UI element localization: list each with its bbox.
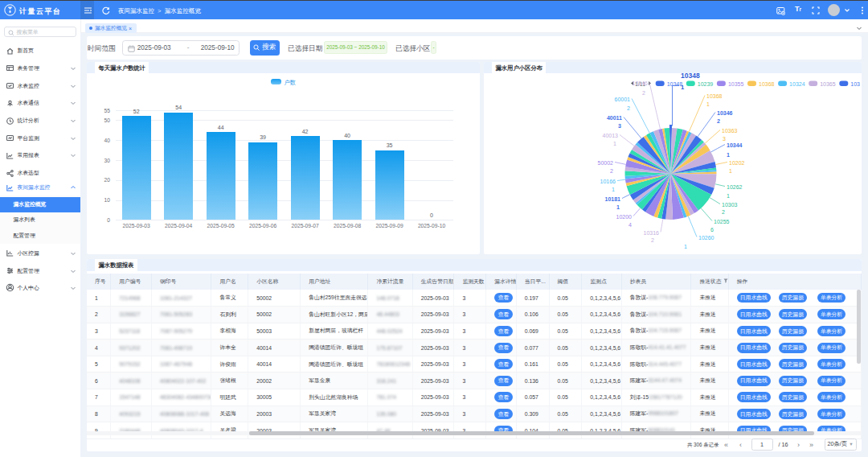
svg-text:10368: 10368 [706,93,723,98]
svg-text:103: 103 [850,80,860,86]
svg-text:2: 2 [642,89,645,95]
svg-text:1: 1 [681,83,684,90]
svg-text:2: 2 [717,117,720,123]
svg-text:50002: 50002 [598,159,614,165]
svg-text:10239: 10239 [698,80,714,86]
svg-text:10262: 10262 [727,183,743,189]
svg-text:10200: 10200 [616,213,633,219]
svg-text:10202: 10202 [729,159,745,165]
svg-text:4: 4 [628,221,632,227]
svg-text:10348: 10348 [681,71,700,79]
svg-text:10166: 10166 [600,178,616,183]
svg-text:10346: 10346 [633,80,649,85]
svg-text:2: 2 [627,105,630,110]
svg-text:6: 6 [710,226,714,232]
svg-text:40013: 40013 [603,132,619,138]
svg-text:3: 3 [723,135,726,141]
svg-text:10368: 10368 [759,80,775,86]
svg-text:60001: 60001 [615,96,631,101]
svg-text:10303: 10303 [722,201,738,207]
svg-text:10346: 10346 [717,109,733,115]
svg-text:1: 1 [729,167,732,173]
svg-text:10181: 10181 [605,196,621,201]
svg-text:2: 2 [610,167,613,173]
svg-text:1: 1 [616,204,620,209]
svg-text:2: 2 [722,208,725,214]
svg-text:10363: 10363 [722,127,738,133]
svg-text:40011: 40011 [607,114,622,120]
svg-text:1: 1 [612,186,615,191]
svg-text:10316: 10316 [644,229,660,235]
svg-text:2: 2 [651,237,654,242]
svg-text:10365: 10365 [820,80,836,86]
svg-text:10344: 10344 [727,142,743,147]
svg-text:10324: 10324 [789,80,805,86]
svg-text:10355: 10355 [728,80,744,86]
svg-text:1: 1 [727,192,730,198]
svg-text:1: 1 [727,151,730,157]
svg-text:3: 3 [618,122,621,128]
svg-text:1: 1 [684,243,687,249]
svg-text:1: 1 [613,140,616,146]
svg-text:10260: 10260 [698,234,714,240]
svg-text:1: 1 [706,101,710,106]
svg-text:10255: 10255 [714,218,730,224]
